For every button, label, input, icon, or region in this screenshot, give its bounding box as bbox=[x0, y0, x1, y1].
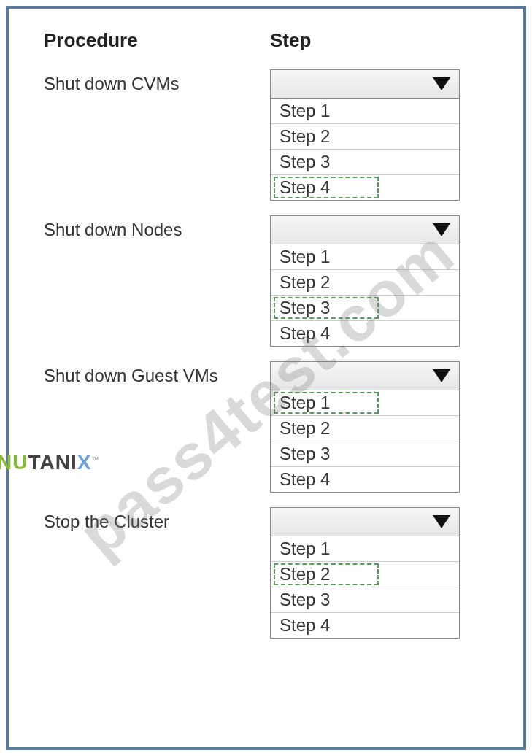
procedure-row: Stop the Cluster Step 1 Step 2 Step 3 St… bbox=[44, 507, 494, 639]
step-option[interactable]: Step 2 bbox=[271, 270, 459, 296]
step-option[interactable]: Step 4 bbox=[271, 321, 459, 346]
chevron-down-icon bbox=[433, 77, 450, 90]
step-option[interactable]: Step 4 bbox=[271, 175, 459, 200]
procedure-row: Shut down Guest VMs Step 1 Step 2 Step 3… bbox=[44, 361, 494, 493]
step-option[interactable]: Step 2 bbox=[271, 124, 459, 150]
step-option[interactable]: Step 1 bbox=[271, 99, 459, 124]
header-procedure: Procedure bbox=[44, 29, 270, 52]
step-option[interactable]: Step 3 bbox=[271, 296, 459, 321]
step-dropdown-toggle[interactable] bbox=[270, 215, 460, 244]
procedure-label: Stop the Cluster bbox=[44, 507, 270, 532]
chevron-down-icon bbox=[433, 223, 450, 236]
step-option[interactable]: Step 3 bbox=[271, 150, 459, 175]
step-options-list: Step 1 Step 2 Step 3 Step 4 bbox=[270, 99, 460, 201]
step-dropdown-container: Step 1 Step 2 Step 3 Step 4 bbox=[270, 69, 460, 201]
step-option[interactable]: Step 1 bbox=[271, 536, 459, 562]
step-option[interactable]: Step 4 bbox=[271, 613, 459, 638]
procedure-row: Shut down Nodes Step 1 Step 2 Step 3 Ste… bbox=[44, 215, 494, 347]
step-option[interactable]: Step 3 bbox=[271, 441, 459, 467]
procedure-label: Shut down Guest VMs bbox=[44, 361, 270, 386]
step-dropdown-toggle[interactable] bbox=[270, 361, 460, 390]
procedure-label: Shut down Nodes bbox=[44, 215, 270, 240]
step-option[interactable]: Step 1 bbox=[271, 390, 459, 416]
step-option[interactable]: Step 2 bbox=[271, 562, 459, 587]
step-option[interactable]: Step 4 bbox=[271, 467, 459, 492]
step-dropdown-container: Step 1 Step 2 Step 3 Step 4 bbox=[270, 507, 460, 639]
procedure-label: Shut down CVMs bbox=[44, 69, 270, 94]
exam-question-frame: Procedure Step Shut down CVMs Step 1 Ste… bbox=[6, 6, 526, 750]
step-option[interactable]: Step 3 bbox=[271, 587, 459, 613]
column-headers: Procedure Step bbox=[44, 29, 494, 52]
step-options-list: Step 1 Step 2 Step 3 Step 4 bbox=[270, 536, 460, 639]
step-dropdown-toggle[interactable] bbox=[270, 507, 460, 536]
chevron-down-icon bbox=[433, 515, 450, 528]
step-dropdown-container: Step 1 Step 2 Step 3 Step 4 bbox=[270, 215, 460, 347]
step-option[interactable]: Step 2 bbox=[271, 416, 459, 441]
step-options-list: Step 1 Step 2 Step 3 Step 4 bbox=[270, 390, 460, 493]
header-step: Step bbox=[270, 29, 311, 52]
step-dropdown-toggle[interactable] bbox=[270, 69, 460, 99]
step-option[interactable]: Step 1 bbox=[271, 244, 459, 270]
chevron-down-icon bbox=[433, 369, 450, 382]
step-options-list: Step 1 Step 2 Step 3 Step 4 bbox=[270, 244, 460, 347]
step-dropdown-container: Step 1 Step 2 Step 3 Step 4 bbox=[270, 361, 460, 493]
procedure-row: Shut down CVMs Step 1 Step 2 Step 3 Step… bbox=[44, 69, 494, 201]
